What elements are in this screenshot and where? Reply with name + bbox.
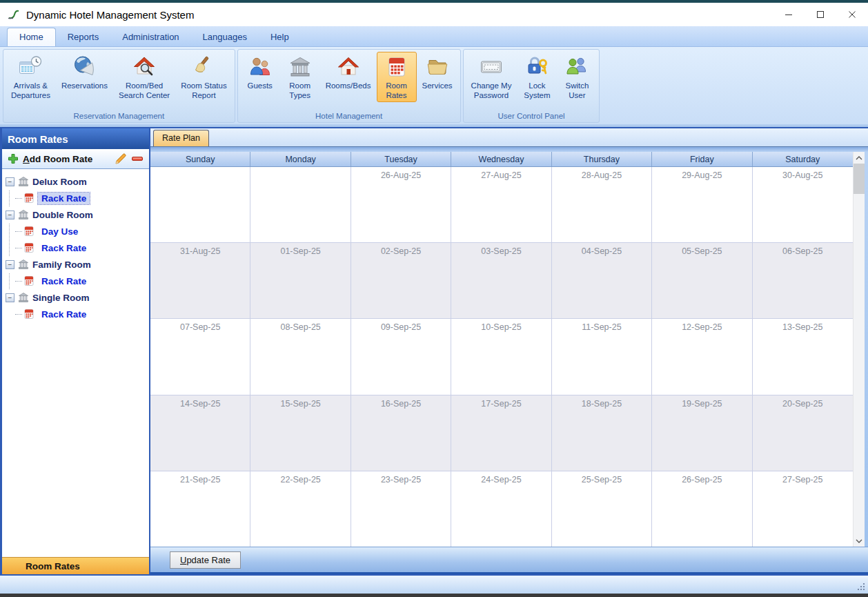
ribbon-button-label: Room/Bed Search Center <box>119 81 170 101</box>
calendar-day-cell[interactable]: 06-Sep-25 <box>753 243 853 318</box>
collapse-icon[interactable]: − <box>6 293 14 302</box>
scrollbar-track[interactable] <box>854 194 865 535</box>
tree-node-single-room[interactable]: −Single Room <box>6 289 149 306</box>
menu-tab-languages[interactable]: Languages <box>191 28 259 46</box>
calendar-day-cell[interactable]: 31-Aug-25 <box>150 243 250 318</box>
tree-node-family-room[interactable]: −Family Room <box>6 256 149 273</box>
bank-icon <box>18 209 29 220</box>
tree-leaf-double-room-day-use[interactable]: Day Use <box>23 223 149 239</box>
calendar-day-cell[interactable]: 16-Sep-25 <box>351 395 451 471</box>
calendar-day-cell[interactable]: 02-Sep-25 <box>351 243 451 318</box>
calendar-day-cell[interactable]: 25-Sep-25 <box>552 471 652 547</box>
calendar-day-cell[interactable]: 29-Aug-25 <box>652 167 752 242</box>
cell-date-label: 29-Aug-25 <box>682 170 722 180</box>
ribbon-button-switch-user[interactable]: Switch User <box>557 52 597 102</box>
bottom-action-strip: Update Rate <box>150 547 868 574</box>
ribbon-button-lock-system[interactable]: Lock System <box>517 52 557 102</box>
calendar-day-cell[interactable]: 22-Sep-25 <box>250 471 351 547</box>
tree-node-label: Single Room <box>32 293 90 303</box>
calendar-day-cell[interactable]: 27-Aug-25 <box>451 167 551 242</box>
tab-rate-plan[interactable]: Rate Plan <box>153 130 209 146</box>
calendar-day-cell[interactable]: 01-Sep-25 <box>250 243 351 318</box>
edit-pencil-icon[interactable] <box>115 153 127 165</box>
vertical-scrollbar[interactable] <box>853 152 865 547</box>
room-rates-sidebar: Room Rates Add Room Rate −Delux RoomRack… <box>2 128 150 574</box>
resize-grip-icon[interactable] <box>858 589 859 590</box>
cell-date-label: 14-Sep-25 <box>180 399 220 409</box>
day-header-saturday: Saturday <box>753 152 853 166</box>
tree-leaf-delux-room-rack-rate[interactable]: Rack Rate <box>23 190 149 206</box>
scrollbar-thumb[interactable] <box>854 164 865 194</box>
cell-date-label: 16-Sep-25 <box>381 399 421 409</box>
calendar-day-cell[interactable] <box>250 167 351 242</box>
calendar-day-cell[interactable]: 12-Sep-25 <box>652 319 752 394</box>
update-rate-button[interactable]: Update Rate <box>170 551 241 569</box>
ribbon-button-rooms-beds[interactable]: Rooms/Beds <box>320 52 377 92</box>
tree-leaf-single-room-rack-rate[interactable]: Rack Rate <box>23 306 149 322</box>
calendar-day-cell[interactable]: 14-Sep-25 <box>150 395 250 471</box>
ribbon-button-guests[interactable]: Guests <box>240 52 280 92</box>
tree-node-double-room[interactable]: −Double Room <box>6 206 149 223</box>
tree-node-delux-room[interactable]: −Delux Room <box>6 173 149 190</box>
calendar-week-row: 21-Sep-2522-Sep-2523-Sep-2524-Sep-2525-S… <box>150 471 853 547</box>
ribbon-button-change-my-password[interactable]: Change My Password <box>466 52 517 102</box>
calendar-day-cell[interactable]: 27-Sep-25 <box>753 471 853 547</box>
collapse-icon[interactable]: − <box>6 260 14 269</box>
calendar-day-cell[interactable]: 18-Sep-25 <box>552 395 652 471</box>
tree-leaf-family-room-rack-rate[interactable]: Rack Rate <box>23 273 149 289</box>
services-folder-icon <box>426 55 449 79</box>
cell-date-label: 30-Aug-25 <box>782 170 822 180</box>
minimize-button[interactable] <box>773 3 805 26</box>
calendar-header-row: SundayMondayTuesdayWednesdayThursdayFrid… <box>150 152 853 167</box>
calendar-day-cell[interactable]: 26-Sep-25 <box>652 471 752 547</box>
calendar-day-cell[interactable]: 24-Sep-25 <box>451 471 551 547</box>
maximize-button[interactable] <box>805 3 836 26</box>
ribbon-button-services[interactable]: Services <box>417 52 458 92</box>
calendar-day-cell[interactable]: 20-Sep-25 <box>753 395 853 471</box>
tree-leaf-double-room-rack-rate[interactable]: Rack Rate <box>23 239 149 256</box>
calendar-day-cell[interactable]: 21-Sep-25 <box>150 471 250 547</box>
close-icon <box>848 10 856 19</box>
menu-tab-help[interactable]: Help <box>259 28 301 46</box>
scroll-up-button[interactable] <box>854 152 865 164</box>
scroll-down-button[interactable] <box>854 535 865 547</box>
ribbon-button-room-bed-search-center[interactable]: Room/Bed Search Center <box>113 52 175 102</box>
collapse-icon[interactable]: − <box>6 211 14 219</box>
calendar-day-cell[interactable] <box>150 167 250 242</box>
ribbon-button-label: Switch User <box>565 81 589 101</box>
window-controls <box>773 3 868 26</box>
ribbon-button-room-rates[interactable]: Room Rates <box>377 52 417 102</box>
calendar-day-cell[interactable]: 10-Sep-25 <box>451 319 551 394</box>
bank-icon <box>18 176 29 187</box>
calendar-day-cell[interactable]: 05-Sep-25 <box>652 243 752 318</box>
calendar-day-cell[interactable]: 03-Sep-25 <box>451 243 551 318</box>
calendar-day-cell[interactable]: 09-Sep-25 <box>351 319 451 394</box>
rate-toolbar: Add Room Rate <box>2 149 149 169</box>
ribbon-button-room-types[interactable]: Room Types <box>280 52 320 102</box>
calendar-day-cell[interactable]: 28-Aug-25 <box>552 167 652 242</box>
calendar-day-cell[interactable]: 11-Sep-25 <box>552 319 652 394</box>
calendar-day-cell[interactable]: 15-Sep-25 <box>250 395 351 471</box>
remove-icon[interactable] <box>131 153 144 165</box>
menu-tab-administration[interactable]: Administration <box>110 28 190 46</box>
ribbon-button-reservations[interactable]: Reservations <box>56 52 113 92</box>
ribbon-group-caption: Hotel Management <box>238 111 460 122</box>
ribbon-button-room-status-report[interactable]: Room Status Report <box>175 52 232 102</box>
calendar-day-cell[interactable]: 04-Sep-25 <box>552 243 652 318</box>
ribbon-button-arrivals-departures[interactable]: Arrivals & Departures <box>6 52 56 102</box>
calendar-day-cell[interactable]: 13-Sep-25 <box>753 319 853 394</box>
document-tab-bar: Rate Plan <box>150 128 868 146</box>
calendar-day-cell[interactable]: 17-Sep-25 <box>451 395 551 471</box>
calendar-day-cell[interactable]: 07-Sep-25 <box>150 319 250 394</box>
collapse-icon[interactable]: − <box>6 177 14 186</box>
close-button[interactable] <box>836 3 868 26</box>
calendar-day-cell[interactable]: 26-Aug-25 <box>351 167 451 242</box>
menu-tab-reports[interactable]: Reports <box>56 28 111 46</box>
calendar-day-cell[interactable]: 23-Sep-25 <box>351 471 451 547</box>
calendar-day-cell[interactable]: 19-Sep-25 <box>652 395 752 471</box>
sidebar-footer-button[interactable]: Room Rates <box>2 557 149 574</box>
add-room-rate-button[interactable]: Add Room Rate <box>8 153 92 164</box>
menu-tab-home[interactable]: Home <box>7 28 56 46</box>
calendar-day-cell[interactable]: 30-Aug-25 <box>753 167 853 242</box>
calendar-day-cell[interactable]: 08-Sep-25 <box>250 319 351 394</box>
